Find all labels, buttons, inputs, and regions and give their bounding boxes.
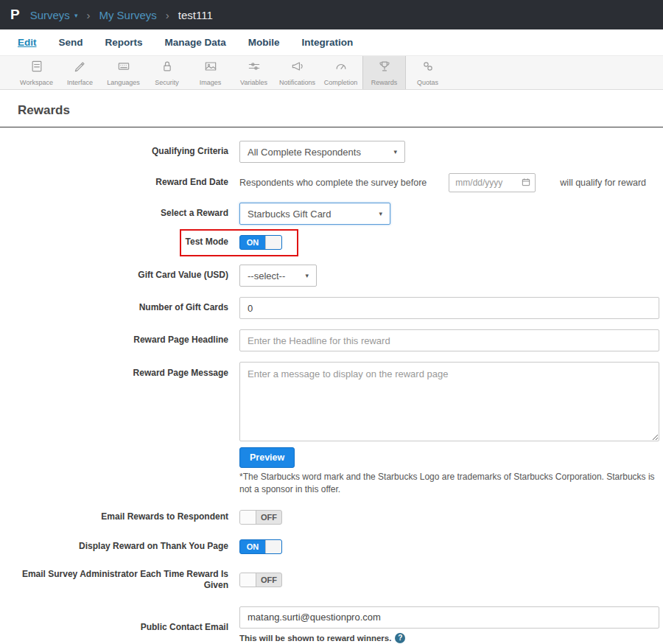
- main-nav: Edit Send Reports Manage Data Mobile Int…: [0, 29, 663, 55]
- email-rewards-label: Email Rewards to Respondent: [0, 511, 228, 523]
- qualifying-criteria-select[interactable]: All Complete Respondents ▾: [239, 141, 405, 163]
- toolbar-item-label: Interface: [67, 79, 93, 86]
- display-reward-toggle[interactable]: ON: [239, 539, 282, 554]
- reward-page-message-label: Reward Page Message: [0, 362, 228, 379]
- chevron-down-icon: ▾: [393, 148, 397, 155]
- select-reward-row: Select a Reward Starbucks Gift Card ▾: [0, 203, 663, 225]
- images-icon: [203, 59, 218, 77]
- surveys-menu[interactable]: Surveys: [30, 9, 70, 21]
- nav-tab-edit[interactable]: Edit: [18, 37, 37, 48]
- email-admin-row: Email Survey Administrator Each Time Rew…: [0, 569, 663, 592]
- display-reward-row: Display Reward on Thank You Page ON: [0, 539, 663, 554]
- toggle-state-label: ON: [240, 540, 265, 553]
- qualifying-criteria-row: Qualifying Criteria All Complete Respond…: [0, 141, 663, 163]
- toolbar-item-label: Variables: [240, 79, 267, 86]
- help-icon[interactable]: ?: [395, 633, 405, 643]
- nav-tab-integration[interactable]: Integration: [302, 37, 354, 48]
- toggle-knob: [265, 236, 281, 249]
- toggle-state-label: OFF: [256, 511, 281, 524]
- toggle-knob: [240, 573, 256, 587]
- surveys-caret-icon[interactable]: ▾: [74, 12, 78, 19]
- toolbar-item-label: Images: [200, 79, 222, 86]
- email-admin-label: Email Survey Administrator Each Time Rew…: [0, 569, 228, 592]
- test-mode-toggle[interactable]: ON: [239, 235, 282, 250]
- reward-page-headline-input[interactable]: [239, 329, 659, 351]
- test-mode-label: Test Mode: [0, 237, 228, 248]
- toggle-knob: [265, 540, 281, 553]
- toolbar-item-notifications[interactable]: Notifications: [276, 56, 319, 89]
- reward-page-headline-label: Reward Page Headline: [0, 335, 228, 346]
- select-reward-value: Starbucks Gift Card: [248, 209, 331, 220]
- nav-tab-manage-data[interactable]: Manage Data: [165, 37, 226, 48]
- starbucks-disclaimer: *The Starbucks word mark and the Starbuc…: [239, 471, 663, 497]
- toggle-state-label: OFF: [256, 573, 281, 587]
- public-contact-email-label: Public Contact Email: [0, 616, 228, 634]
- reward-end-date-suffix: will qualify for reward: [560, 178, 646, 188]
- edit-toolbar: Workspace Interface Languages Security I…: [0, 55, 663, 90]
- toolbar-item-security[interactable]: Security: [145, 56, 189, 89]
- reward-page-message-row: Reward Page Message: [0, 362, 663, 441]
- toolbar-item-images[interactable]: Images: [189, 56, 232, 89]
- preview-button[interactable]: Preview: [239, 447, 295, 468]
- breadcrumb-my-surveys[interactable]: My Surveys: [99, 9, 156, 21]
- email-rewards-row: Email Rewards to Respondent OFF: [0, 510, 663, 525]
- test-mode-row: Test Mode ON: [0, 235, 663, 250]
- breadcrumb-current-survey: test111: [178, 9, 213, 21]
- toolbar-item-label: Security: [155, 79, 179, 86]
- breadcrumb-chevron-icon: ›: [86, 9, 90, 21]
- chevron-down-icon: ▾: [379, 210, 382, 217]
- preview-row: Preview: [0, 447, 663, 468]
- public-contact-email-row: Public Contact Email This will be shown …: [0, 606, 663, 643]
- reward-end-date-field: [449, 173, 536, 192]
- completion-gauge-icon: [334, 59, 348, 77]
- toolbar-item-label: Quotas: [417, 79, 438, 86]
- security-lock-icon: [160, 59, 175, 77]
- questionpro-logo[interactable]: P: [10, 7, 20, 23]
- gift-card-value-select[interactable]: --select-- ▾: [239, 265, 317, 287]
- interface-icon: [73, 59, 88, 77]
- workspace-icon: [29, 59, 44, 77]
- rewards-form: Qualifying Criteria All Complete Respond…: [0, 127, 663, 644]
- toolbar-item-interface[interactable]: Interface: [58, 56, 102, 89]
- calendar-icon[interactable]: [521, 177, 531, 187]
- languages-icon: [116, 59, 131, 77]
- qualifying-criteria-label: Qualifying Criteria: [0, 146, 228, 158]
- number-of-gift-cards-input[interactable]: [239, 297, 659, 319]
- number-of-gift-cards-label: Number of Gift Cards: [0, 302, 228, 314]
- toolbar-item-label: Rewards: [371, 79, 398, 86]
- reward-end-date-label: Reward End Date: [0, 177, 228, 189]
- toolbar-item-workspace[interactable]: Workspace: [15, 56, 58, 89]
- toggle-state-label: ON: [240, 236, 265, 249]
- topbar: P Surveys ▾ › My Surveys › test111: [0, 0, 663, 29]
- helper-text: This will be shown to reward winners.: [239, 634, 391, 643]
- display-reward-label: Display Reward on Thank You Page: [0, 541, 228, 553]
- variables-sliders-icon: [247, 59, 262, 77]
- email-rewards-toggle[interactable]: OFF: [239, 510, 282, 525]
- reward-page-message-textarea[interactable]: [239, 362, 659, 441]
- toolbar-item-rewards[interactable]: Rewards: [362, 56, 406, 89]
- nav-tab-reports[interactable]: Reports: [105, 37, 143, 48]
- reward-end-date-prefix: Respondents who complete the survey befo…: [239, 178, 427, 188]
- public-contact-email-input[interactable]: [239, 606, 659, 629]
- toolbar-item-quotas[interactable]: Quotas: [406, 56, 449, 89]
- quotas-icon: [421, 59, 435, 77]
- toolbar-item-completion[interactable]: Completion: [319, 56, 362, 89]
- gift-card-value-value: --select--: [248, 270, 285, 281]
- nav-tab-send[interactable]: Send: [59, 37, 83, 48]
- notifications-megaphone-icon: [290, 59, 305, 77]
- toolbar-item-label: Notifications: [279, 79, 315, 86]
- nav-tab-mobile[interactable]: Mobile: [248, 37, 280, 48]
- public-contact-email-field: This will be shown to reward winners. ?: [239, 606, 659, 643]
- toolbar-item-variables[interactable]: Variables: [232, 56, 276, 89]
- qualifying-criteria-value: All Complete Respondents: [248, 147, 361, 158]
- toolbar-item-label: Workspace: [20, 79, 53, 86]
- rewards-trophy-icon: [377, 59, 392, 77]
- email-admin-toggle[interactable]: OFF: [239, 573, 282, 587]
- select-reward-label: Select a Reward: [0, 208, 228, 220]
- toolbar-item-label: Completion: [324, 79, 358, 86]
- toolbar-item-languages[interactable]: Languages: [102, 56, 145, 89]
- select-reward-select[interactable]: Starbucks Gift Card ▾: [239, 203, 390, 225]
- breadcrumb-chevron-icon: ›: [166, 9, 169, 21]
- reward-end-date-row: Reward End Date Respondents who complete…: [0, 173, 663, 192]
- toolbar-item-label: Languages: [107, 79, 140, 86]
